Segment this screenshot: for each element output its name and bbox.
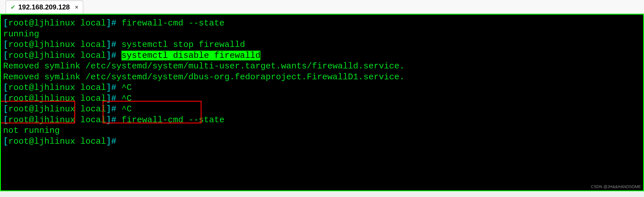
terminal-line: [root@ljhlinux local]# systemctl disable… <box>3 50 641 61</box>
prompt-close-bracket: ]# <box>106 115 121 125</box>
prompt-path: local <box>80 51 106 60</box>
terminal-line: [root@ljhlinux local]# systemctl stop fi… <box>3 40 641 50</box>
terminal-line: Removed symlink /etc/systemd/system/dbus… <box>3 72 641 83</box>
prompt-userhost: root@ljhlinux <box>8 94 75 103</box>
terminal-line: running <box>3 29 641 40</box>
tab-bar: ✔ 192.168.209.128 × <box>0 0 644 14</box>
prompt-path: local <box>80 94 106 103</box>
prompt-close-bracket: ]# <box>106 40 121 50</box>
terminal-line: not running <box>3 125 641 136</box>
close-icon[interactable]: × <box>75 4 78 11</box>
prompt-close-bracket: ]# <box>106 104 121 114</box>
prompt-open-bracket: [ <box>3 83 8 92</box>
terminal-output: running <box>3 29 39 39</box>
prompt-userhost: root@ljhlinux <box>8 104 75 114</box>
tab-title: 192.168.209.128 <box>18 3 70 11</box>
prompt-close-bracket: ]# <box>106 18 121 28</box>
terminal-line: [root@ljhlinux local]# firewall-cmd --st… <box>3 18 641 29</box>
prompt-path: local <box>80 83 106 92</box>
terminal-tab[interactable]: ✔ 192.168.209.128 × <box>6 1 83 13</box>
prompt-close-bracket: ]# <box>106 83 121 92</box>
prompt-path: local <box>80 115 106 125</box>
terminal-output: not running <box>3 126 60 135</box>
prompt-open-bracket: [ <box>3 94 8 103</box>
terminal-command: firewall-cmd --state <box>121 115 224 125</box>
prompt-close-bracket: ]# <box>106 94 121 103</box>
terminal-command: systemctl disable firewalld <box>121 51 260 60</box>
prompt-close-bracket: ]# <box>106 51 121 60</box>
terminal-line: [root@ljhlinux local]# ^C <box>3 104 641 115</box>
terminal-content[interactable]: [root@ljhlinux local]# firewall-cmd --st… <box>3 18 641 147</box>
prompt-userhost: root@ljhlinux <box>8 115 75 125</box>
prompt-path: local <box>80 104 106 114</box>
prompt-open-bracket: [ <box>3 104 8 114</box>
terminal-line: [root@ljhlinux local]# ^C <box>3 82 641 93</box>
prompt-open-bracket: [ <box>3 51 8 60</box>
prompt-path: local <box>80 40 106 50</box>
prompt-open-bracket: [ <box>3 18 8 28</box>
prompt-open-bracket: [ <box>3 137 8 146</box>
terminal-line: Removed symlink /etc/systemd/system/mult… <box>3 61 641 72</box>
terminal-output: Removed symlink /etc/systemd/system/dbus… <box>3 72 404 82</box>
terminal-line: [root@ljhlinux local]# firewall-cmd --st… <box>3 115 641 126</box>
terminal-command: firewall-cmd --state <box>121 18 224 28</box>
terminal-command: ^C <box>121 83 132 92</box>
prompt-userhost: root@ljhlinux <box>8 51 75 60</box>
prompt-userhost: root@ljhlinux <box>8 83 75 92</box>
terminal-window[interactable]: [root@ljhlinux local]# firewall-cmd --st… <box>0 14 644 191</box>
terminal-line: [root@ljhlinux local]# <box>3 136 641 147</box>
terminal-output: Removed symlink /etc/systemd/system/mult… <box>3 61 404 71</box>
prompt-userhost: root@ljhlinux <box>8 137 75 146</box>
prompt-path: local <box>80 137 106 146</box>
prompt-userhost: root@ljhlinux <box>8 18 75 28</box>
prompt-open-bracket: [ <box>3 40 8 50</box>
prompt-userhost: root@ljhlinux <box>8 40 75 50</box>
terminal-command: ^C <box>121 94 132 103</box>
terminal-command: systemctl stop firewalld <box>121 40 245 50</box>
prompt-open-bracket: [ <box>3 115 8 125</box>
terminal-command: ^C <box>121 104 132 114</box>
connected-icon: ✔ <box>11 4 15 11</box>
prompt-path: local <box>80 18 106 28</box>
prompt-close-bracket: ]# <box>106 137 121 146</box>
watermark: CSDN @JH&&HANDSOME <box>591 184 641 190</box>
terminal-line: [root@ljhlinux local]# ^C <box>3 93 641 104</box>
